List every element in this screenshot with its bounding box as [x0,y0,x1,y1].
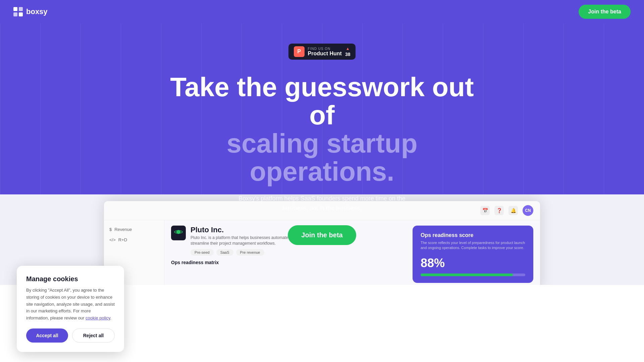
ops-score-title: Ops readiness score [421,232,525,238]
svg-rect-3 [19,12,23,16]
accept-all-button[interactable]: Accept all [26,328,68,343]
product-hunt-count: ▲ 38 [345,46,351,57]
svg-rect-2 [13,12,17,16]
upvote-count: 38 [345,52,351,57]
logo-icon [13,7,23,16]
hero-title-line2: scaling startup operations. [226,128,417,186]
cookie-policy-link[interactable]: cookie policy [86,315,110,320]
join-beta-hero-button[interactable]: Join the beta [288,225,356,245]
find-us-label: FIND US ON [308,47,342,51]
sidebar-revenue-label: Revenue [114,227,132,232]
user-avatar[interactable]: CN [523,205,533,216]
upvote-arrow-icon: ▲ [346,46,350,51]
tag-prerevenue: Pre revenue [236,249,264,256]
cookie-buttons: Accept all Reject all [26,328,115,343]
company-tags: Pre-seed SaaS Pre revenue [191,249,311,256]
navbar: boxsy Join the beta [0,0,644,23]
sidebar-item-rd[interactable]: </> R+D [104,235,164,245]
tag-preseed: Pre-seed [191,249,214,256]
revenue-icon: $ [109,227,112,232]
cookie-banner: Manage cookies By clicking "Accept All",… [17,266,124,352]
ops-score-bar [421,274,525,276]
hero-section: P FIND US ON Product Hunt ▲ 38 Take the … [0,23,644,194]
product-hunt-name: Product Hunt [308,51,342,56]
product-hunt-text: FIND US ON Product Hunt [308,47,342,57]
bell-icon[interactable]: 🔔 [508,206,518,215]
rd-icon: </> [109,237,116,242]
company-logo [171,226,186,240]
calendar-icon[interactable]: 📅 [480,206,490,215]
hero-subtitle: Boxsy's platform helps SaaS founders spe… [238,194,406,213]
sidebar-rd-label: R+D [118,237,127,242]
cookie-title: Manage cookies [26,275,115,283]
ops-score-card: Ops readiness score The score reflects y… [413,226,533,283]
hero-title: Take the guesswork out of scaling startu… [154,73,490,186]
svg-rect-1 [19,7,23,11]
product-hunt-badge[interactable]: P FIND US ON Product Hunt ▲ 38 [288,44,356,60]
help-icon[interactable]: ❓ [494,206,504,215]
hero-title-line1: Take the guesswork out of [170,72,474,130]
product-hunt-icon: P [294,46,305,57]
ops-score-description: The score reflects your level of prepare… [421,240,525,251]
svg-rect-0 [13,7,17,11]
ops-matrix-title: Ops readiness matrix [171,260,311,265]
cookie-body: By clicking "Accept All", you agree to t… [26,287,115,322]
join-beta-nav-button[interactable]: Join the beta [579,5,631,19]
logo-text: boxsy [26,7,48,16]
sidebar-item-revenue[interactable]: $ Revenue [104,224,164,235]
pluto-logo-icon [174,229,183,237]
logo: boxsy [13,7,48,16]
reject-all-button[interactable]: Reject all [72,328,115,343]
ops-score-value: 88% [421,256,525,270]
tag-saas: SaaS [216,249,233,256]
ops-score-fill [421,274,513,276]
